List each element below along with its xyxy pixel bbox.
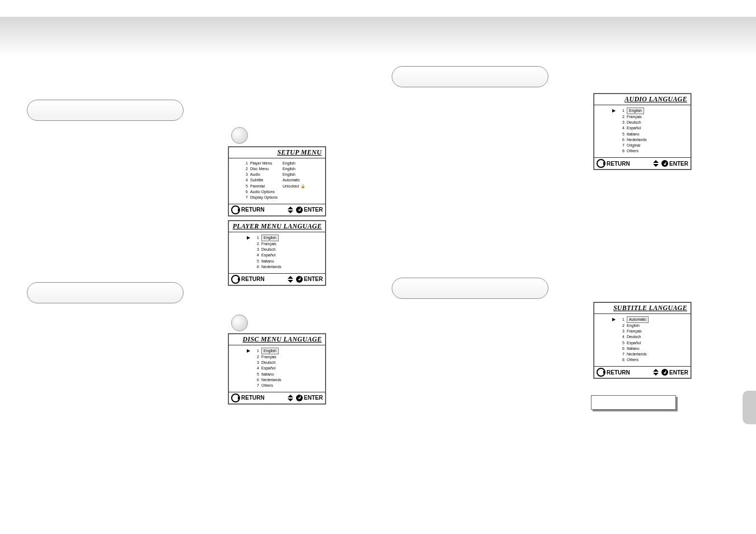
enter-label: ENTER — [304, 395, 323, 401]
osd-setup-menu: SETUP MENU 1Player MenuEnglish 2Disc Men… — [228, 147, 326, 216]
up-down-icon — [286, 277, 295, 282]
osd-disc-menu-language: DISC MENU LANGUAGE ▶ 1English 2Français … — [228, 334, 326, 404]
osd-title: DISC MENU LANGUAGE — [229, 334, 325, 345]
up-down-icon — [651, 369, 660, 375]
enter-icon: ↲ — [661, 160, 668, 167]
enter-label: ENTER — [669, 161, 688, 167]
osd-title: PLAYER MENU LANGUAGE — [229, 221, 325, 232]
enter-icon: ↲ — [661, 369, 668, 376]
up-down-icon — [651, 161, 660, 166]
up-down-icon — [286, 207, 295, 213]
section-header-pill — [27, 282, 184, 303]
return-label: RETURN — [241, 276, 265, 282]
enter-icon: ↲ — [296, 207, 303, 213]
cursor-icon: ▶ — [247, 235, 250, 241]
osd-audio-language: AUDIO LANGUAGE ▶ 1English 2Français 3Deu… — [594, 93, 691, 170]
osd-footer: RETURN ↲ENTER — [229, 273, 325, 285]
osd-body: ▶ 1English 2Français 3Deutsch 4Español 5… — [229, 232, 325, 273]
osd-body: ▶ 1English 2Français 3Deutsch 4Español 5… — [229, 345, 325, 392]
osd-player-menu-language: PLAYER MENU LANGUAGE ▶ 1English 2Françai… — [228, 221, 326, 285]
enter-icon: ↲ — [296, 395, 303, 401]
enter-label: ENTER — [669, 369, 688, 376]
return-icon — [597, 368, 605, 377]
osd-title: AUDIO LANGUAGE — [594, 94, 691, 105]
return-label: RETURN — [607, 161, 630, 167]
osd-body: 1Player MenuEnglish 2Disc MenuEnglish 3A… — [229, 158, 325, 204]
step-number-circle — [231, 127, 248, 144]
return-icon — [231, 275, 240, 284]
return-label: RETURN — [241, 207, 265, 213]
enter-icon: ↲ — [296, 276, 303, 283]
return-label: RETURN — [241, 395, 265, 401]
return-label: RETURN — [607, 369, 630, 376]
lock-icon: 🔒 — [300, 184, 306, 189]
return-icon — [231, 205, 240, 214]
osd-subtitle-language: SUBTITLE LANGUAGE ▶ 1Automatic 2English … — [594, 302, 691, 378]
section-header-pill — [392, 278, 548, 299]
osd-title: SUBTITLE LANGUAGE — [594, 303, 691, 314]
osd-footer: RETURN ↲ENTER — [594, 366, 691, 378]
up-down-icon — [286, 395, 295, 401]
osd-footer: RETURN ↲ENTER — [229, 392, 325, 404]
enter-label: ENTER — [304, 276, 323, 282]
section-header-pill — [392, 66, 548, 87]
step-number-circle — [231, 315, 248, 331]
osd-body: ▶ 1English 2Français 3Deutsch 4Español 5… — [594, 105, 691, 157]
osd-title: SETUP MENU — [229, 147, 325, 158]
note-box — [591, 395, 676, 410]
cursor-icon: ▶ — [612, 107, 616, 114]
osd-footer: RETURN ↲ENTER — [229, 204, 325, 216]
page-header-gradient — [0, 17, 756, 56]
return-icon — [231, 394, 240, 402]
side-tab — [743, 391, 756, 424]
enter-label: ENTER — [304, 207, 323, 213]
return-icon — [597, 159, 605, 168]
section-header-pill — [27, 100, 184, 121]
cursor-icon: ▶ — [612, 316, 616, 323]
cursor-icon: ▶ — [247, 348, 250, 354]
osd-body: ▶ 1Automatic 2English 3Français 4Deutsch… — [594, 314, 691, 366]
osd-footer: RETURN ↲ENTER — [594, 157, 691, 169]
